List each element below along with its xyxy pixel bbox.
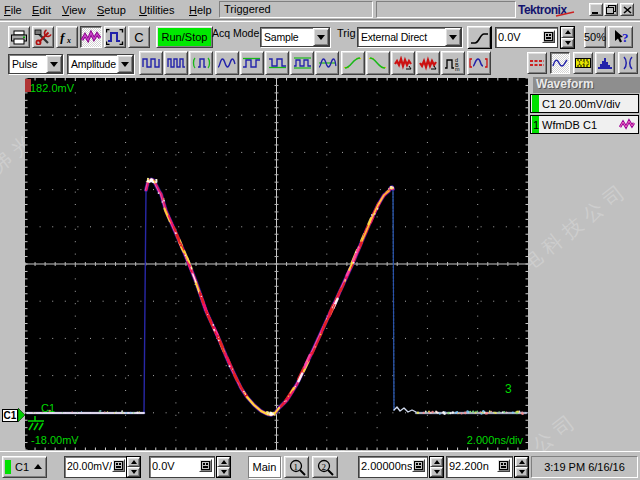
vertical-scale-field[interactable]: 20.00mV/	[64, 456, 127, 478]
c-icon: C	[134, 30, 143, 45]
trig-level-keypad-button[interactable]	[542, 30, 555, 43]
context-help-button[interactable]: ?	[608, 26, 633, 48]
vertical-scale-spin-down[interactable]	[127, 467, 140, 477]
cursors-icon	[529, 56, 545, 70]
vertical-offset-field[interactable]: 0.0V	[149, 456, 215, 478]
trig-source-select[interactable]: External Direct	[357, 27, 462, 47]
measure-high-button[interactable]	[240, 51, 264, 75]
pulse-icon	[106, 29, 124, 45]
vertical-offset-spin-down[interactable]	[217, 467, 230, 477]
measure-gated-icon	[469, 56, 488, 70]
measure-rise-time-button[interactable]	[341, 51, 365, 75]
measure-mean-button[interactable]	[315, 51, 339, 75]
tools-button[interactable]	[32, 26, 54, 48]
histogram-button[interactable]	[595, 52, 615, 74]
measure-min-button[interactable]	[416, 51, 440, 75]
channel-select-button[interactable]: C1	[2, 456, 47, 478]
vertical-offset-spin-up[interactable]	[217, 457, 230, 467]
measure-category-dropdown-arrow[interactable]	[46, 55, 62, 73]
measure-frequency-button[interactable]	[164, 51, 188, 75]
mask-button[interactable]	[618, 52, 638, 74]
trig-level-field[interactable]: 0.0V	[495, 27, 558, 48]
vertical-offset-keypad-button[interactable]	[199, 459, 212, 472]
menu-edit[interactable]: Edit	[27, 1, 56, 19]
horizontal-position-field[interactable]: 92.200n	[446, 456, 513, 478]
vertical-scale-keypad-button[interactable]	[112, 459, 125, 472]
restore-button[interactable]	[604, 3, 618, 16]
horizontal-position-spin-down[interactable]	[515, 467, 528, 477]
zoom1-button[interactable]: 1	[284, 456, 309, 478]
close-button[interactable]	[620, 3, 634, 16]
trig-level-spin-up[interactable]	[561, 27, 574, 38]
waveform-row-1[interactable]: C1 20.00mV/div	[530, 94, 639, 113]
vertical-scale-spin-up[interactable]	[127, 457, 140, 467]
measure-fall-time-button[interactable]	[366, 51, 390, 75]
timebase-spin-down[interactable]	[430, 467, 443, 477]
measure-category-select[interactable]: Pulse	[8, 54, 63, 74]
measure-max-button[interactable]	[391, 51, 415, 75]
fx-math-button[interactable]: f x	[56, 26, 78, 48]
print-button[interactable]	[8, 26, 30, 48]
measure-low-button[interactable]	[265, 51, 289, 75]
chevron-down-icon	[50, 62, 58, 67]
histogram-icon	[597, 56, 613, 70]
horizontal-position-spinner[interactable]	[514, 456, 529, 478]
set-50-button[interactable]: 50%	[584, 26, 606, 48]
measure-min-icon	[419, 56, 438, 71]
measure-period-icon	[142, 56, 161, 70]
menu-utilities[interactable]: Utilities	[134, 1, 179, 19]
zoom2-button[interactable]: 2	[312, 456, 338, 478]
timebase-spin-up[interactable]	[430, 457, 443, 467]
waveform-row-2[interactable]: 1WfmDB C1	[530, 115, 639, 134]
acq-mode-select[interactable]: Sample	[260, 27, 330, 47]
measure-frequency-icon	[167, 56, 186, 70]
menu-file[interactable]: File	[0, 1, 27, 19]
readout-button[interactable]: 1 2 3	[573, 52, 593, 74]
measure-group-dropdown-arrow[interactable]	[117, 55, 133, 73]
timebase-keypad-button[interactable]	[412, 459, 425, 472]
clear-button[interactable]: C	[128, 26, 150, 48]
measure-gated-button[interactable]	[467, 51, 491, 75]
channel-marker[interactable]: C1	[2, 409, 18, 422]
spin-up-icon	[565, 30, 571, 34]
measure-period-button[interactable]	[139, 51, 163, 75]
spin-down-icon	[434, 470, 440, 474]
keypad-icon	[114, 461, 123, 470]
measure-dbm-button[interactable]: dBm	[441, 51, 465, 75]
timebase-spinner[interactable]	[429, 456, 444, 478]
trig-label: Trig	[337, 22, 356, 44]
cursors-button[interactable]	[527, 52, 547, 74]
trig-level-spinner[interactable]	[560, 26, 575, 49]
keypad-icon	[201, 461, 210, 470]
view-main-button[interactable]: Main	[248, 456, 281, 478]
readout-icon: 1 2 3	[575, 56, 591, 70]
menu-view[interactable]: View	[57, 1, 91, 19]
menu-bar: FileEditViewSetupUtilitiesHelp Triggered…	[0, 0, 640, 20]
status-bar: C1 20.00mV/ 0.0V Main 1 2	[0, 451, 640, 480]
pulse-acquire-button[interactable]	[104, 26, 126, 48]
measure-pos-width-button[interactable]	[189, 51, 213, 75]
waveform-display-button[interactable]	[80, 26, 102, 48]
vertical-top-label: 182.0mV	[30, 82, 74, 94]
menu-setup[interactable]: Setup	[92, 1, 131, 19]
vertical-offset-spinner[interactable]	[216, 456, 231, 478]
menu-help[interactable]: Help	[184, 1, 217, 19]
measure-group-select[interactable]: Amplitude	[67, 54, 134, 74]
magnifier-2-icon: 2	[316, 459, 334, 476]
waveform-view-button[interactable]	[550, 52, 570, 74]
graticule[interactable]: 182.0mV -18.00mV 2.000ns/div C1 3	[25, 78, 528, 450]
acq-mode-dropdown-arrow[interactable]	[313, 28, 329, 46]
horizontal-position-spin-up[interactable]	[515, 457, 528, 467]
tektronix-logo: Tektronix	[518, 3, 576, 18]
timebase-field[interactable]: 2.00000ns	[358, 456, 428, 478]
trig-source-dropdown-arrow[interactable]	[445, 28, 461, 46]
measure-amplitude-button[interactable]	[290, 51, 314, 75]
minimize-button[interactable]	[589, 3, 603, 16]
trig-level-spin-down[interactable]	[561, 38, 574, 49]
measure-neg-width-button[interactable]	[215, 51, 239, 75]
trig-slope-button[interactable]	[467, 26, 492, 50]
horizontal-position-keypad-button[interactable]	[497, 459, 510, 472]
run-stop-button[interactable]: Run/Stop	[156, 26, 213, 48]
svg-text:x: x	[66, 36, 71, 44]
vertical-scale-spinner[interactable]	[126, 456, 141, 478]
